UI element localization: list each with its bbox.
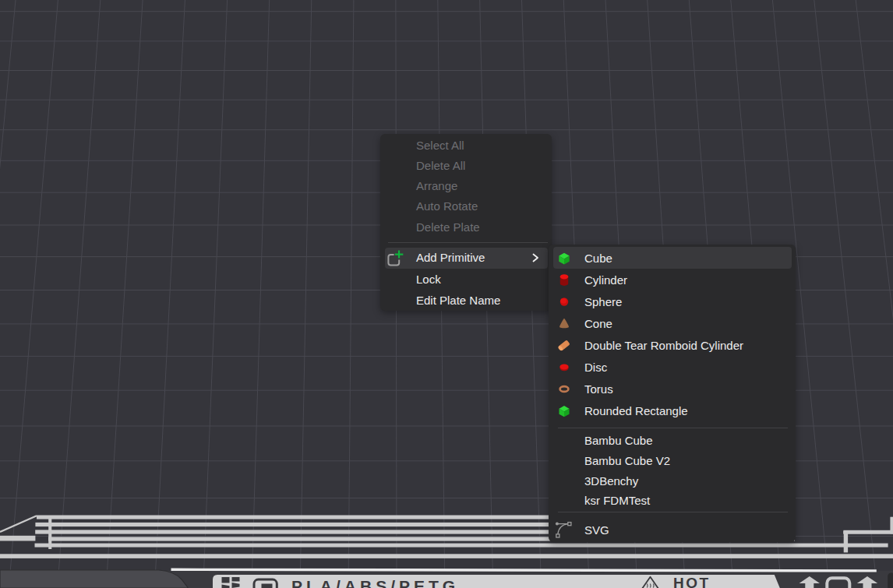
svg-text:PLA/ABS/PETG: PLA/ABS/PETG <box>291 577 459 588</box>
svg-text:HOT: HOT <box>673 575 711 588</box>
